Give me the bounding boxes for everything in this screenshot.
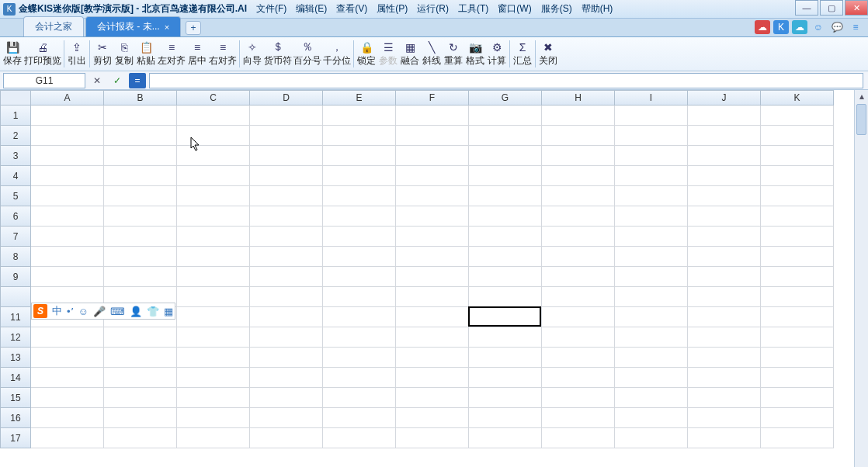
cell[interactable] <box>250 428 323 448</box>
cell[interactable] <box>396 408 469 428</box>
cell[interactable] <box>615 408 688 428</box>
cell[interactable] <box>250 307 323 327</box>
formula-input[interactable] <box>149 73 863 88</box>
cell[interactable] <box>542 348 615 368</box>
row-header[interactable]: 2 <box>0 126 31 146</box>
cell[interactable] <box>688 388 761 408</box>
ime-icon[interactable]: ⌨ <box>110 306 125 317</box>
cell[interactable] <box>469 368 542 388</box>
toolbar-thousand-button[interactable]: ，千分位 <box>322 37 352 71</box>
cell[interactable] <box>396 166 469 186</box>
toolbar-recalc-button[interactable]: ↻重算 <box>443 37 464 71</box>
cell[interactable] <box>104 247 177 267</box>
cell[interactable] <box>104 106 177 126</box>
cell[interactable] <box>396 206 469 227</box>
cell[interactable] <box>250 126 323 146</box>
cell[interactable] <box>688 146 761 166</box>
ime-icon[interactable]: 👤 <box>130 306 142 317</box>
cell[interactable] <box>250 106 323 126</box>
tabbar-icon[interactable]: ☁ <box>755 20 770 34</box>
cell[interactable] <box>396 388 469 408</box>
cell[interactable] <box>31 166 104 186</box>
cell[interactable] <box>177 428 250 448</box>
cell[interactable] <box>250 388 323 408</box>
column-header[interactable]: E <box>323 90 396 106</box>
cell[interactable] <box>542 206 615 227</box>
cell[interactable] <box>469 388 542 408</box>
cell[interactable] <box>177 247 250 267</box>
cell[interactable] <box>250 186 323 206</box>
cell[interactable] <box>615 247 688 267</box>
menu-item[interactable]: 帮助(H) <box>577 1 618 17</box>
cell[interactable] <box>104 126 177 146</box>
toolbar-export-button[interactable]: ⇪引出 <box>66 37 88 71</box>
ime-icon[interactable]: 🎤 <box>93 306 106 317</box>
toolbar-merge-button[interactable]: ▦融合 <box>399 37 421 71</box>
cell[interactable] <box>688 287 761 307</box>
cell[interactable] <box>250 206 323 227</box>
cell[interactable] <box>104 206 177 227</box>
column-header[interactable]: F <box>396 90 469 106</box>
row-header[interactable]: 3 <box>0 146 31 166</box>
menu-item[interactable]: 窗口(W) <box>493 1 536 17</box>
cell[interactable] <box>31 126 104 146</box>
row-header[interactable]: 11 <box>0 307 31 327</box>
cell[interactable] <box>615 106 688 126</box>
cell[interactable] <box>542 408 615 428</box>
cell[interactable] <box>615 287 688 307</box>
ime-toolbar[interactable]: S中•ʼ☺🎤⌨👤👕▦ <box>31 303 175 320</box>
cell[interactable] <box>761 146 834 166</box>
cell[interactable] <box>104 408 177 428</box>
cell[interactable] <box>761 327 834 348</box>
toolbar-percent-button[interactable]: ％百分号 <box>293 37 322 71</box>
cell[interactable] <box>615 206 688 227</box>
column-header[interactable]: H <box>542 90 615 106</box>
cell[interactable] <box>542 126 615 146</box>
cell[interactable] <box>31 428 104 448</box>
cell[interactable] <box>469 287 542 307</box>
cell[interactable] <box>250 348 323 368</box>
scroll-thumb[interactable] <box>856 104 866 135</box>
toolbar-cut-button[interactable]: ✂剪切 <box>92 37 113 71</box>
cell[interactable] <box>323 227 396 247</box>
toolbar-format-button[interactable]: 📷格式 <box>464 37 486 71</box>
cell[interactable] <box>177 348 250 368</box>
cell[interactable] <box>323 428 396 448</box>
cell[interactable] <box>250 267 323 287</box>
cell[interactable] <box>31 388 104 408</box>
cell[interactable] <box>396 106 469 126</box>
cell[interactable] <box>323 247 396 267</box>
cell[interactable] <box>761 247 834 267</box>
cell[interactable] <box>31 348 104 368</box>
cell[interactable] <box>177 186 250 206</box>
tabbar-icon[interactable]: 💬 <box>829 20 845 34</box>
cell[interactable] <box>688 428 761 448</box>
cell[interactable] <box>542 247 615 267</box>
column-header[interactable]: B <box>104 90 177 106</box>
cell[interactable] <box>761 267 834 287</box>
cell[interactable] <box>323 267 396 287</box>
ime-icon[interactable]: •ʼ <box>67 306 74 317</box>
menu-item[interactable]: 工具(T) <box>453 1 493 17</box>
name-box[interactable]: G11 <box>3 73 85 88</box>
cell[interactable] <box>177 388 250 408</box>
cell[interactable] <box>688 106 761 126</box>
cell[interactable] <box>469 227 542 247</box>
cell[interactable] <box>761 186 834 206</box>
cell[interactable] <box>615 388 688 408</box>
scroll-up-icon[interactable]: ▴ <box>855 90 868 102</box>
cell[interactable] <box>761 388 834 408</box>
cell[interactable] <box>761 307 834 327</box>
confirm-icon[interactable]: ✓ <box>109 73 126 88</box>
cell[interactable] <box>542 146 615 166</box>
toolbar-lock-button[interactable]: 🔒锁定 <box>356 37 377 71</box>
cell[interactable] <box>250 247 323 267</box>
cell[interactable] <box>615 307 688 327</box>
cell[interactable] <box>469 126 542 146</box>
cell[interactable] <box>542 166 615 186</box>
column-header[interactable]: D <box>250 90 323 106</box>
cell[interactable] <box>323 408 396 428</box>
cell[interactable] <box>761 206 834 227</box>
column-header[interactable]: G <box>469 90 542 106</box>
toolbar-calc-button[interactable]: ⚙计算 <box>486 37 508 71</box>
